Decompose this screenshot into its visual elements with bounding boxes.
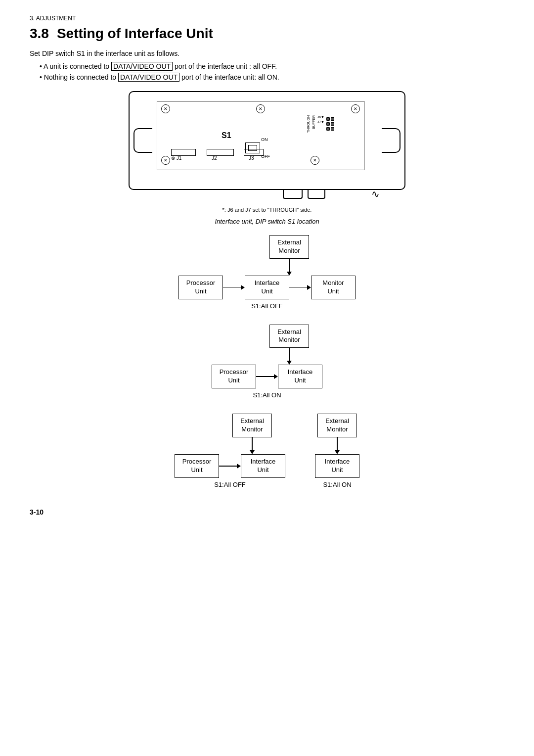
intro-text: Set DIP switch S1 in the interface unit … [30, 49, 504, 57]
main-row-1: ProcessorUnit InterfaceUnit MonitorUnit [178, 276, 356, 299]
conn-j2 [207, 149, 234, 156]
figure-caption: Interface unit, DIP switch S1 location [30, 218, 504, 225]
section-header: 3. ADJUSTMENT [30, 15, 504, 22]
device-diagram: S1 ON OFF ⊗ J1 J2 J3 THROUGH [129, 91, 405, 190]
interface-unit-2: InterfaceUnit [278, 365, 322, 388]
bottom-wave: ∿ [371, 188, 380, 200]
diagram-note: *: J6 and J7 set to "THROUGH" side. [222, 207, 312, 213]
bullet-1: A unit is connected to DATA/VIDEO OUT po… [40, 62, 504, 70]
processor-unit-3: ProcessorUnit [175, 454, 219, 478]
screw-tl [161, 104, 170, 113]
ext-monitor-3a: ExternalMonitor [232, 414, 272, 437]
bullet-2: Nothing is connected to DATA/VIDEO OUT p… [40, 73, 504, 81]
bottom-conn-1 [283, 189, 303, 199]
j2-label: J2 [212, 155, 217, 161]
screw-bl [161, 156, 170, 165]
main-row-3a: ProcessorUnit InterfaceUnit [175, 454, 285, 478]
page-title: 3.8Setting of Interface Unit [30, 26, 504, 42]
main-row-3b: InterfaceUnit [315, 454, 359, 478]
third-row: ExternalMonitor ProcessorUnit InterfaceU… [175, 414, 359, 488]
screw-tc [256, 104, 265, 113]
third-sub-right: ExternalMonitor InterfaceUnit S1:All ON [315, 414, 359, 488]
block-diagram-2: ExternalMonitor ProcessorUnit InterfaceU… [30, 325, 504, 399]
label-3a: S1:All OFF [214, 481, 246, 488]
screw-tr [351, 104, 360, 113]
third-sub-left: ExternalMonitor ProcessorUnit InterfaceU… [175, 414, 285, 488]
conn-j1 [171, 149, 196, 156]
interface-unit-3b: InterfaceUnit [315, 454, 359, 478]
v-arrow-3a [250, 437, 255, 454]
processor-unit-2: ProcessorUnit [212, 365, 256, 388]
block-diagram-1: ExternalMonitor ProcessorUnit InterfaceU… [30, 235, 504, 310]
label-2: S1:All ON [253, 391, 281, 399]
h-arrow-2 [289, 285, 311, 290]
s1-label: S1 [222, 131, 231, 140]
processor-unit-1: ProcessorUnit [178, 276, 223, 299]
v-arrow-2 [287, 348, 292, 365]
label-3b: S1:All ON [323, 481, 351, 488]
hook-right [382, 128, 400, 153]
device-diagram-wrap: S1 ON OFF ⊗ J1 J2 J3 THROUGH [30, 91, 504, 215]
device-inner: S1 ON OFF ⊗ J1 J2 J3 THROUGH [157, 101, 364, 170]
v-arrow-1 [287, 259, 292, 276]
label-1: S1:All OFF [251, 302, 283, 310]
interface-unit-1: InterfaceUnit [245, 276, 289, 299]
ext-monitor-3b: ExternalMonitor [317, 414, 357, 437]
conn-j3 [244, 149, 264, 156]
j1-label: ⊗ J1 [171, 155, 181, 161]
h-arrow-4 [219, 464, 241, 469]
ext-monitor-1: ExternalMonitor [269, 235, 309, 259]
v-arrow-3b [335, 437, 340, 454]
screw-br [311, 156, 319, 165]
interface-unit-3a: InterfaceUnit [241, 454, 285, 478]
bottom-conn-2 [308, 189, 325, 199]
h-arrow-3 [256, 374, 278, 379]
block-diagram-3: ExternalMonitor ProcessorUnit InterfaceU… [30, 414, 504, 488]
page-number: 3-10 [30, 508, 504, 516]
main-row-2: ProcessorUnit InterfaceUnit [212, 365, 322, 388]
ext-monitor-2: ExternalMonitor [269, 325, 309, 348]
j6j7-area: THROUGH BUFFER J6▼ J7▼ [307, 115, 334, 133]
hook-left [134, 128, 152, 153]
h-arrow-1 [223, 285, 245, 290]
j3-label: J3 [249, 155, 254, 161]
monitor-unit-1: MonitorUnit [311, 276, 356, 299]
